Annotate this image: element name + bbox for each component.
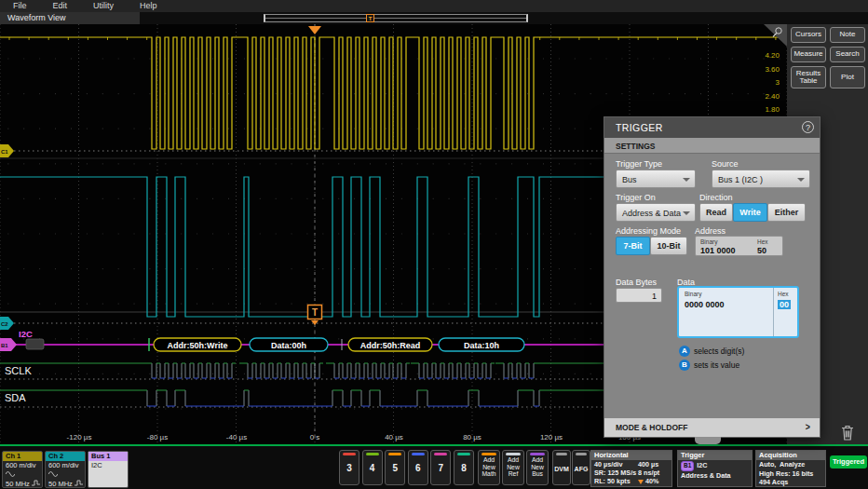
trigger-position-icon xyxy=(638,480,644,484)
add-new-measure[interactable]: Measure xyxy=(791,47,826,62)
bandwidth-icon xyxy=(32,480,40,486)
slot-color-stripe xyxy=(343,453,356,455)
channel-slot-8[interactable]: 8 xyxy=(454,450,474,485)
direction-either[interactable]: Either xyxy=(767,203,806,222)
time-axis-label: 0 s xyxy=(310,433,320,441)
horizontal-row: SR: 125 MS/s8 ns/pt xyxy=(591,469,671,477)
channel-slot-6[interactable]: 6 xyxy=(408,450,428,485)
time-axis-label: -120 µs xyxy=(67,433,92,441)
direction-read[interactable]: Read xyxy=(699,203,733,222)
add-new-cursors[interactable]: Cursors xyxy=(791,27,826,43)
acquisition-title: Acquisition xyxy=(756,451,825,460)
data-field[interactable]: Binary 0000 0000 Hex 00 xyxy=(677,286,799,338)
channel-slot-4[interactable]: 4 xyxy=(362,450,383,485)
channel-scale: I2C xyxy=(88,461,128,469)
data-hex-selection[interactable]: 00 xyxy=(778,300,791,309)
ch2-marker-text: C2 xyxy=(1,321,8,327)
slot-color-stripe xyxy=(576,453,587,455)
time-axis-label: 120 µs xyxy=(540,433,563,441)
menu-help[interactable]: Help xyxy=(127,0,170,12)
overview-line xyxy=(265,18,526,19)
acquisition-panel[interactable]: Acquisition Auto, AnalyzeHigh Res: 16 bi… xyxy=(755,450,826,487)
menu-utility[interactable]: Utility xyxy=(80,0,127,12)
addressing-10-bit[interactable]: 10-Bit xyxy=(650,237,687,255)
tab-bar: Waveform View T xyxy=(0,12,868,24)
address-binary-label: Binary xyxy=(700,238,717,245)
tab-waveform-view[interactable]: Waveform View xyxy=(0,12,140,24)
trigger-title: Trigger xyxy=(678,451,752,460)
horizontal-row: RL: 50 kpts40% xyxy=(591,477,671,485)
menu-edit[interactable]: Edit xyxy=(40,0,81,12)
channel-badge-ch2[interactable]: Ch 2600 m/div50 MHz xyxy=(45,451,86,488)
time-axis-label: 40 µs xyxy=(385,433,403,441)
hint-a: selects digit(s) xyxy=(694,346,744,356)
channel-slot-3[interactable]: 3 xyxy=(339,450,359,485)
data-hex-value[interactable]: 00 xyxy=(778,300,791,309)
addressing-7-bit[interactable]: 7-Bit xyxy=(616,237,650,255)
menu-file[interactable]: File xyxy=(0,0,40,12)
slot-color-stripe xyxy=(434,453,447,455)
slot-color-stripe xyxy=(481,453,496,455)
address-hex-label: Hex xyxy=(757,238,768,245)
channel-slot-5[interactable]: 5 xyxy=(385,450,405,485)
horizontal-value: 40% xyxy=(638,478,670,485)
trigger-type-dropdown[interactable]: Bus xyxy=(616,170,696,188)
add-new-plot[interactable]: Plot xyxy=(830,66,865,88)
acquisition-value: High Res: 16 bits xyxy=(756,469,825,479)
mode-holdoff-label: MODE & HOLDOFF xyxy=(616,423,687,432)
data-binary-value[interactable]: 0000 0000 xyxy=(685,300,725,309)
acquisition-overview-bar[interactable]: T xyxy=(264,14,528,22)
vertical-scale-label: 3 xyxy=(776,78,780,87)
address-field[interactable]: Binary 101 0000 Hex 50 xyxy=(695,236,783,256)
add-new-bus-button[interactable]: Add New Bus xyxy=(526,450,549,485)
address-binary-value[interactable]: 101 0000 xyxy=(700,246,736,255)
address-hex-value[interactable]: 50 xyxy=(757,246,766,255)
help-icon[interactable]: ? xyxy=(802,121,814,133)
menu-bar: FileEditUtilityHelp xyxy=(0,0,868,12)
bus-packet-text: Data:10h xyxy=(464,341,499,350)
slot-color-stripe xyxy=(388,453,401,455)
tab-settings[interactable]: SETTINGS xyxy=(604,138,820,154)
slot-color-stripe xyxy=(366,453,379,455)
horizontal-panel[interactable]: Horizontal 40 µs/div400 µsSR: 125 MS/s8 … xyxy=(590,450,672,487)
vertical-scale-label: 2.40 xyxy=(765,92,780,101)
add-new-results-table[interactable]: Results Table xyxy=(791,66,826,88)
bottom-bar: Ch 1600 m/div50 MHz Ch 2600 m/div50 MHz … xyxy=(0,444,868,489)
trigger-on-label: Trigger On xyxy=(616,193,656,202)
horizontal-row: 40 µs/div400 µs xyxy=(591,460,671,469)
direction-write[interactable]: Write xyxy=(733,203,767,222)
horizontal-title: Horizontal xyxy=(591,451,671,460)
chevron-right-icon: > xyxy=(805,421,809,432)
data-bytes-input[interactable]: 1 xyxy=(616,288,662,303)
vertical-scale-label: 3.60 xyxy=(765,65,780,74)
mode-holdoff-expander[interactable]: MODE & HOLDOFF > xyxy=(604,418,820,437)
trigger-position-marker[interactable]: T xyxy=(366,14,374,22)
horizontal-value: RL: 50 kpts xyxy=(594,478,638,485)
channel-badge-bus1[interactable]: Bus 1I2C xyxy=(88,451,129,488)
oscilloscope-screen: Addr:50h:WriteData:00hAddr:50h:ReadData:… xyxy=(0,0,868,489)
slot-color-stripe xyxy=(506,453,521,455)
vertical-scale-label: 1.80 xyxy=(765,105,780,114)
bus1-marker-text: B1 xyxy=(1,343,8,348)
afg-button[interactable]: AFG xyxy=(572,450,590,485)
trash-icon[interactable] xyxy=(840,424,855,445)
add-new-math-button[interactable]: Add New Math xyxy=(478,450,500,485)
trigger-bus: I2C xyxy=(697,461,707,469)
knob-a-icon: A xyxy=(679,346,690,357)
bus-packet-text: Data:00h xyxy=(271,341,306,350)
slot-color-stripe xyxy=(530,453,545,455)
slot-color-stripe xyxy=(556,453,567,455)
add-new-search[interactable]: Search xyxy=(830,47,865,62)
bandwidth-icon xyxy=(75,480,83,486)
channel-slot-7[interactable]: 7 xyxy=(430,450,451,485)
trigger-panel[interactable]: Trigger B1I2C Address & Data xyxy=(677,450,753,487)
channel-badge-ch1[interactable]: Ch 1600 m/div50 MHz xyxy=(2,451,43,488)
data-bytes-label: Data Bytes xyxy=(616,278,657,287)
dvm-button[interactable]: DVM xyxy=(552,450,571,485)
horizontal-value: 400 µs xyxy=(638,461,670,469)
channel-bandwidth: 50 MHz xyxy=(3,479,42,488)
source-dropdown[interactable]: Bus 1 (I2C ) xyxy=(712,170,810,188)
add-new-ref-button[interactable]: Add New Ref xyxy=(502,450,524,485)
trigger-on-dropdown[interactable]: Address & Data xyxy=(616,203,696,222)
add-new-note[interactable]: Note xyxy=(830,27,865,43)
